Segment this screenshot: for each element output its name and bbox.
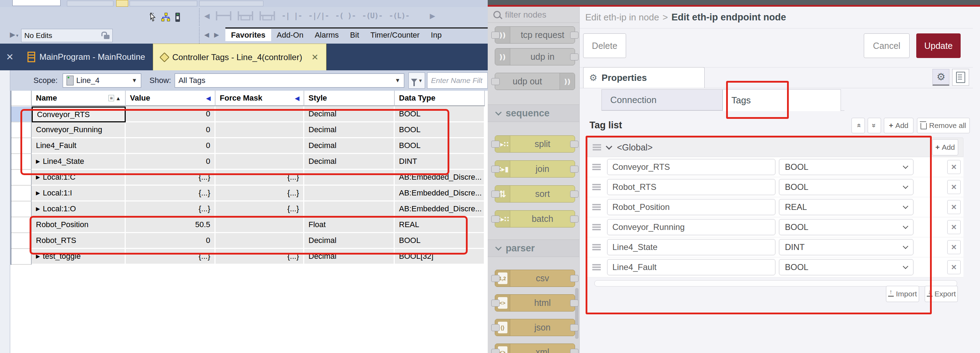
- toolbar-highlighted-button[interactable]: [116, 0, 128, 7]
- palette-node-split[interactable]: ▮▸∷ split: [495, 135, 575, 153]
- col-header-value[interactable]: Value◀: [126, 91, 215, 106]
- expand-arrow-icon[interactable]: ▶: [36, 158, 40, 165]
- table-row[interactable]: Robot_Position 50.5 Float REAL: [11, 217, 486, 233]
- drag-handle-icon[interactable]: [592, 204, 601, 210]
- drag-handle-icon[interactable]: [593, 144, 601, 150]
- tab-properties[interactable]: ⚙ Properties: [583, 67, 705, 88]
- palette-node-tcp-request[interactable]: )) tcp request: [495, 26, 575, 44]
- palette-node-xml[interactable]: <> xml: [495, 344, 575, 353]
- tag-name-input[interactable]: Robot_RTS: [607, 179, 775, 195]
- palette-node-udp-in[interactable]: )) udp in: [495, 48, 575, 65]
- tag-name-input[interactable]: Line4_State: [607, 239, 775, 255]
- tag-type-select[interactable]: BOOL: [779, 219, 913, 235]
- tab-bar-close-icon[interactable]: ✕: [0, 44, 20, 70]
- xic-contact-icon[interactable]: -| |-: [282, 12, 302, 20]
- expand-arrow-icon[interactable]: ▶: [36, 253, 40, 260]
- table-row[interactable]: Robot_RTS 0 Decimal BOOL: [11, 233, 486, 249]
- tag-group-header[interactable]: <Global> +Add: [587, 138, 963, 157]
- tab-tags[interactable]: Tags: [722, 89, 841, 111]
- instruction-scroll-right[interactable]: ▶: [430, 12, 435, 20]
- filter-button[interactable]: ▼: [409, 73, 425, 89]
- table-row[interactable]: ▶Local:1:O {...} {...} AB:Embedded_Discr…: [11, 201, 486, 217]
- tab-connection[interactable]: Connection: [601, 89, 722, 111]
- tab-controller-tags[interactable]: Controller Tags - Line_4(controller) ✕: [153, 44, 326, 70]
- cancel-button[interactable]: Cancel: [864, 33, 910, 58]
- instr-tab-bit[interactable]: Bit: [344, 29, 365, 41]
- remove-tag-button[interactable]: ✕: [947, 260, 961, 274]
- instruction-scroll-left[interactable]: ◀: [204, 12, 210, 20]
- instr-tab-timer-counter[interactable]: Timer/Counter: [365, 29, 425, 41]
- tag-type-select[interactable]: REAL: [779, 199, 913, 215]
- drag-handle-icon[interactable]: [592, 224, 601, 230]
- palette-node-json[interactable]: {} json: [495, 319, 575, 336]
- branch-level-icon[interactable]: [259, 11, 275, 21]
- tab-close-icon[interactable]: ✕: [311, 52, 318, 62]
- remove-tag-button[interactable]: ✕: [947, 220, 961, 234]
- chevron-down-icon[interactable]: [606, 143, 612, 149]
- palette-section-parser[interactable]: parser: [488, 239, 579, 257]
- new-rung-icon[interactable]: [216, 11, 231, 21]
- tag-name-input[interactable]: Robot_Position: [607, 199, 775, 215]
- col-header-data-type[interactable]: Data Type: [395, 91, 485, 106]
- scope-dropdown[interactable]: Line_4 ▼: [63, 73, 141, 87]
- branch-icon[interactable]: [238, 11, 253, 21]
- expand-arrow-icon[interactable]: ▶: [36, 206, 40, 212]
- move-up-button[interactable]: »: [851, 118, 865, 133]
- xio-contact-icon[interactable]: -|/|-: [309, 12, 329, 20]
- node-settings-button[interactable]: ⚙: [932, 69, 949, 86]
- tag-name-input[interactable]: Conveyor_RTS: [607, 159, 775, 175]
- drag-handle-icon[interactable]: [592, 244, 601, 250]
- tag-type-select[interactable]: BOOL: [779, 179, 913, 195]
- col-header-force-mask[interactable]: Force Mask◀: [215, 91, 304, 106]
- breadcrumb-parent[interactable]: Edit eth-ip in node: [585, 12, 659, 23]
- expand-arrow-icon[interactable]: ▶: [36, 190, 40, 196]
- tag-type-select[interactable]: BOOL: [779, 259, 913, 275]
- palette-node-udp-out[interactable]: udp out )): [495, 73, 575, 90]
- network-browse-icon[interactable]: [161, 13, 170, 22]
- col-header-style[interactable]: Style: [304, 91, 395, 106]
- remove-all-button[interactable]: Remove all: [917, 118, 970, 133]
- table-row[interactable]: ▶test_toggle {...} {...} Decimal BOOL[32…: [11, 249, 486, 265]
- otu-coil-icon[interactable]: -(U)-: [362, 12, 382, 20]
- controller-status-icon[interactable]: [175, 13, 180, 22]
- export-button[interactable]: Export: [925, 286, 958, 302]
- expand-arrow-icon[interactable]: ▶: [36, 174, 40, 180]
- palette-node-sort[interactable]: ⇅ sort: [495, 185, 575, 203]
- table-row[interactable]: ▶Local:1:C {...} {...} AB:Embedded_Discr…: [11, 170, 486, 186]
- palette-node-batch[interactable]: ∷▸∷ batch: [495, 210, 575, 228]
- top-combo-box[interactable]: [12, 0, 60, 6]
- tag-type-select[interactable]: BOOL: [779, 159, 913, 175]
- table-row[interactable]: ▶Line4_State 0 Decimal DINT: [11, 154, 486, 170]
- add-tag-button[interactable]: +Add: [884, 118, 913, 133]
- table-row[interactable]: Line4_Fault 0 Decimal BOOL: [11, 138, 486, 154]
- remove-tag-button[interactable]: ✕: [947, 240, 961, 254]
- table-row[interactable]: ▶Local:1:I {...} {...} AB:Embedded_Discr…: [11, 186, 486, 201]
- group-add-tag-button[interactable]: +Add: [932, 139, 958, 155]
- tag-name-input[interactable]: Line4_Fault: [607, 259, 775, 275]
- instr-tab-addon[interactable]: Add-On: [271, 29, 309, 41]
- tab-mainprogram-mainroutine[interactable]: MainProgram - MainRoutine: [20, 44, 153, 70]
- tag-type-select[interactable]: DINT: [779, 239, 913, 255]
- tab-scroll-left[interactable]: ◀: [204, 31, 209, 39]
- show-dropdown[interactable]: All Tags ▼: [175, 73, 404, 87]
- select-cursor-icon[interactable]: [149, 13, 156, 22]
- import-button[interactable]: Import: [886, 286, 919, 302]
- table-row[interactable]: Conveyor_Running 0 Decimal BOOL: [11, 122, 486, 138]
- drag-handle-icon[interactable]: [592, 184, 601, 190]
- tag-name-input[interactable]: Conveyor_Running: [607, 219, 775, 235]
- scrollbar-thumb[interactable]: [575, 288, 579, 339]
- delete-button[interactable]: Delete: [583, 33, 626, 58]
- remove-tag-button[interactable]: ✕: [947, 200, 961, 214]
- remove-tag-button[interactable]: ✕: [947, 180, 961, 194]
- palette-search[interactable]: filter nodes: [488, 7, 579, 23]
- palette-node-csv[interactable]: 1,2 csv: [495, 270, 575, 287]
- instr-tab-favorites[interactable]: Favorites: [225, 29, 271, 41]
- name-filter-input[interactable]: Enter Name Filt: [427, 73, 488, 89]
- palette-node-html[interactable]: <> html: [495, 294, 575, 312]
- node-docs-button[interactable]: [952, 69, 969, 86]
- palette-node-join[interactable]: ∷▸▮ join: [495, 160, 575, 177]
- unlock-icon[interactable]: [104, 35, 110, 39]
- drag-handle-icon[interactable]: [592, 164, 601, 170]
- palette-section-sequence[interactable]: sequence: [488, 104, 579, 122]
- otl-coil-icon[interactable]: -(L)-: [389, 12, 409, 20]
